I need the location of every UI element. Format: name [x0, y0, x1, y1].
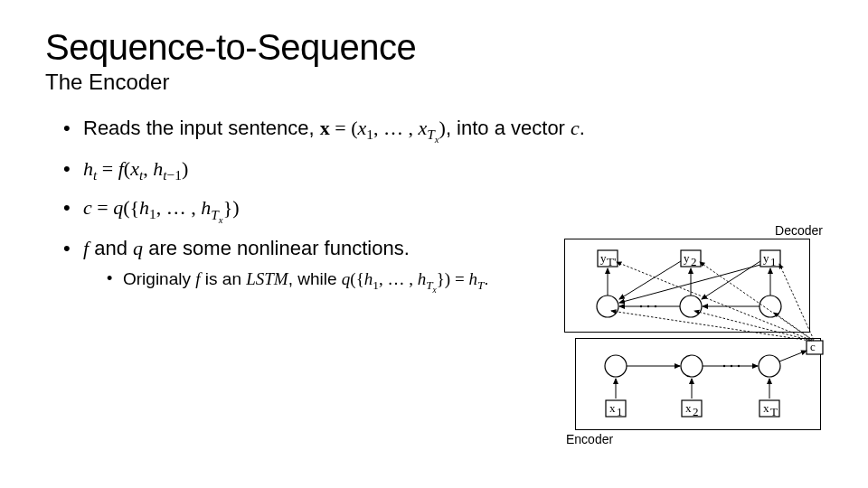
encoder-label: Encoder: [566, 432, 613, 446]
encoder-svg: x1 x2 xT: [576, 339, 822, 431]
decoder-svg: yT' y2 y1: [565, 239, 811, 333]
svg-text:1: 1: [617, 405, 623, 418]
text: and: [89, 237, 133, 259]
decoder-label: Decoder: [775, 223, 823, 238]
seq2seq-diagram: Decoder yT' y2 y1: [561, 239, 832, 430]
svg-text:y: y: [684, 251, 690, 265]
svg-text:x: x: [609, 401, 616, 415]
svg-point-13: [647, 305, 649, 307]
svg-text:x: x: [763, 401, 769, 415]
svg-text:T: T: [770, 405, 778, 418]
svg-rect-0: [598, 250, 618, 267]
svg-point-15: [605, 355, 627, 377]
bullet-2: ht = f(xt, ht−1): [63, 155, 823, 185]
svg-point-20: [738, 365, 740, 367]
text: Originaly: [123, 269, 195, 288]
svg-point-16: [681, 355, 703, 377]
svg-point-11: [760, 296, 781, 317]
slide-title: Sequence-to-Sequence: [45, 27, 823, 68]
text: are some nonlinear functions.: [143, 237, 410, 259]
bullet-3: c = q({h1, … , hTx}): [63, 194, 823, 226]
svg-point-9: [597, 296, 618, 317]
text: , into a vector: [446, 117, 571, 139]
svg-text:y: y: [600, 251, 607, 265]
svg-text:x: x: [685, 401, 692, 415]
text: .: [580, 117, 585, 139]
text: Reads the input sentence,: [83, 117, 320, 139]
text: .: [484, 269, 488, 288]
svg-point-19: [731, 365, 732, 367]
svg-rect-2: [760, 250, 780, 267]
svg-rect-1: [681, 250, 701, 267]
svg-point-10: [680, 296, 702, 317]
svg-text:y: y: [763, 251, 769, 265]
svg-text:T': T': [607, 255, 616, 268]
svg-text:2: 2: [691, 255, 697, 268]
text: , while: [288, 269, 342, 288]
slide-subtitle: The Encoder: [45, 70, 823, 95]
svg-text:2: 2: [693, 405, 699, 418]
svg-point-18: [723, 365, 725, 367]
svg-rect-23: [760, 400, 779, 417]
svg-point-12: [640, 305, 642, 307]
svg-point-17: [759, 355, 780, 377]
bullet-1: Reads the input sentence, x = (x1, … , x…: [63, 115, 823, 146]
svg-point-14: [655, 305, 656, 307]
text: is an: [201, 269, 247, 288]
svg-rect-22: [682, 400, 702, 417]
encoder-box: x1 x2 xT: [575, 338, 821, 430]
svg-text:1: 1: [770, 255, 777, 268]
decoder-box: yT' y2 y1: [564, 239, 810, 333]
svg-rect-21: [606, 400, 626, 417]
